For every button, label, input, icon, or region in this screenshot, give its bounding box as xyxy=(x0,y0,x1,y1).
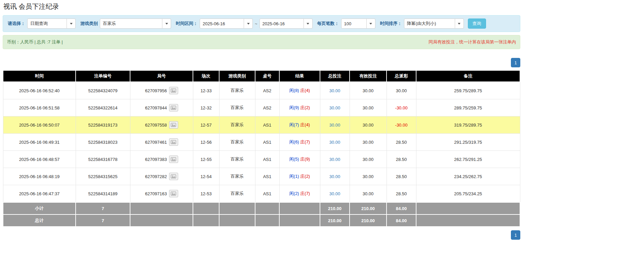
note-cell: 291.25/319.75 xyxy=(416,134,520,151)
total-bet-cell: 30.00 xyxy=(320,99,350,116)
summary-payout-cell: 84.00 xyxy=(387,202,416,214)
valid-bet-cell: 30.00 xyxy=(350,99,387,116)
summary-label-cell: 小计 xyxy=(3,202,76,214)
date-from-input[interactable] xyxy=(200,19,244,29)
total-bet-cell: 30.00 xyxy=(320,116,350,134)
result-player: 闲(5) xyxy=(289,157,299,162)
note-cell: 319.75/289.75 xyxy=(416,116,520,134)
result-player: 闲(9) xyxy=(289,105,299,110)
select-type-input[interactable] xyxy=(27,19,67,29)
empty-cell xyxy=(279,214,320,227)
note-cell: 289.75/259.75 xyxy=(416,99,520,116)
column-header: 备注 xyxy=(416,71,520,82)
payout-cell: -30.00 xyxy=(387,99,416,116)
pagination-top: 1 xyxy=(3,58,520,67)
page-button-1[interactable]: 1 xyxy=(511,58,520,67)
column-header: 有效投注 xyxy=(350,71,387,82)
total-bet-cell: 30.00 xyxy=(320,82,350,99)
result-cell: 闲(6) 庄(7) xyxy=(279,134,320,151)
empty-cell xyxy=(193,202,219,214)
result-cell: 闲(5) 庄(9) xyxy=(279,151,320,168)
time-cell: 2025-06-16 06:51:58 xyxy=(3,99,76,116)
table-no-cell: AS1 xyxy=(255,151,279,168)
round-id-text: 627097163 xyxy=(145,191,167,196)
caret-down-icon xyxy=(247,23,250,25)
video-preview-button[interactable] xyxy=(169,104,178,111)
game-type-cell: 百家乐 xyxy=(219,99,255,116)
round-id-text: 627097956 xyxy=(145,88,167,93)
result-player: 闲(2) xyxy=(289,191,299,196)
select-type-label: 请选择： xyxy=(8,21,25,27)
date-from-dropdown-button[interactable] xyxy=(244,19,253,29)
video-preview-button[interactable] xyxy=(169,121,178,129)
page-button-1[interactable]: 1 xyxy=(511,230,520,240)
caret-down-icon xyxy=(70,23,73,25)
total-bet-link[interactable]: 30.00 xyxy=(329,88,340,93)
round-id-cell: 627097558 xyxy=(130,116,193,134)
round-id-cell: 627097282 xyxy=(130,168,193,185)
result-banker: 庄(4) xyxy=(300,122,310,127)
empty-cell xyxy=(193,214,219,227)
page: 视讯 会员下注纪录 请选择： 游戏类别 时间区间： ~ 每页笔数： 时间排序： xyxy=(0,0,523,243)
valid-bet-cell: 30.00 xyxy=(350,116,387,134)
video-preview-button[interactable] xyxy=(169,138,178,146)
pagination-bottom: 1 xyxy=(3,230,520,240)
table-no-cell: AS1 xyxy=(255,185,279,203)
select-type-dropdown-button[interactable] xyxy=(67,19,76,29)
summary-count-cell: 7 xyxy=(76,214,130,227)
date-to-dropdown-button[interactable] xyxy=(304,19,313,29)
total-bet-link[interactable]: 30.00 xyxy=(329,123,340,128)
payout-cell: 28.50 xyxy=(387,134,416,151)
time-range-label: 时间区间： xyxy=(176,21,198,27)
session-cell: 12-33 xyxy=(193,82,219,99)
valid-bet-cell: 30.00 xyxy=(350,151,387,168)
date-to-input[interactable] xyxy=(259,19,304,29)
video-preview-button[interactable] xyxy=(169,87,178,94)
result-player: 闲(7) xyxy=(289,122,299,127)
time-sort-dropdown-button[interactable] xyxy=(455,19,464,29)
game-type-cell: 百家乐 xyxy=(219,116,255,134)
session-cell: 12-57 xyxy=(193,116,219,134)
video-preview-button[interactable] xyxy=(169,156,178,163)
video-preview-button[interactable] xyxy=(169,190,178,197)
filter-bar: 请选择： 游戏类别 时间区间： ~ 每页笔数： 时间排序： xyxy=(3,15,520,32)
total-bet-link[interactable]: 30.00 xyxy=(329,191,340,196)
table-row: 2025-06-16 06:50:07522584319173627097558… xyxy=(3,116,520,134)
result-banker: 庄(2) xyxy=(300,174,310,179)
column-header: 时间 xyxy=(3,71,76,82)
payout-cell: 28.50 xyxy=(387,185,416,203)
result-cell: 闲(2) 庄(7) xyxy=(279,185,320,203)
game-type-input[interactable] xyxy=(100,19,162,29)
column-header: 总派彩 xyxy=(387,71,416,82)
session-cell: 12-55 xyxy=(193,151,219,168)
game-type-combo xyxy=(100,19,171,29)
total-bet-link[interactable]: 30.00 xyxy=(329,157,340,162)
total-bet-link[interactable]: 30.00 xyxy=(329,140,340,145)
time-sort-input[interactable] xyxy=(404,19,455,29)
game-type-cell: 百家乐 xyxy=(219,185,255,203)
session-cell: 12-32 xyxy=(193,99,219,116)
game-type-dropdown-button[interactable] xyxy=(162,19,171,29)
video-preview-icon xyxy=(171,140,176,144)
video-preview-button[interactable] xyxy=(169,173,178,180)
table-no-cell: AS1 xyxy=(255,134,279,151)
empty-cell xyxy=(279,202,320,214)
page-size-label: 每页笔数： xyxy=(317,21,339,27)
result-banker: 庄(9) xyxy=(300,157,310,162)
video-preview-icon xyxy=(171,123,176,127)
total-bet-cell: 30.00 xyxy=(320,168,350,185)
page-size-input[interactable] xyxy=(341,19,367,29)
range-separator: ~ xyxy=(255,21,257,26)
total-bet-link[interactable]: 30.00 xyxy=(329,105,340,110)
time-cell: 2025-06-16 06:49:31 xyxy=(3,134,76,151)
payout-cell: 28.50 xyxy=(387,168,416,185)
column-header: 局号 xyxy=(130,71,193,82)
summary-payout-cell: 84.00 xyxy=(387,214,416,227)
round-id-cell: 627097461 xyxy=(130,134,193,151)
result-banker: 庄(2) xyxy=(300,105,310,110)
page-size-dropdown-button[interactable] xyxy=(367,19,375,29)
payout-cell: -30.00 xyxy=(387,116,416,134)
result-player: 闲(8) xyxy=(289,88,299,93)
total-bet-link[interactable]: 30.00 xyxy=(329,174,340,179)
search-button[interactable]: 查询 xyxy=(468,19,486,29)
